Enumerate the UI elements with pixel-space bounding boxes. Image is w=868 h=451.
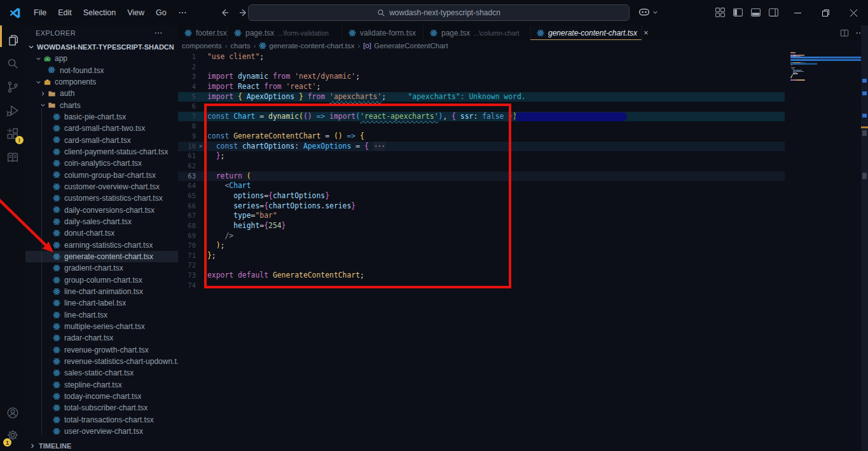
restore-button[interactable] <box>811 0 839 25</box>
command-center-search[interactable]: wowdash-next-typescript-shadcn <box>248 4 630 21</box>
menu-go[interactable]: Go <box>150 6 172 20</box>
minimap-line <box>804 79 805 80</box>
minimap-line <box>796 70 801 71</box>
scrollbar[interactable] <box>861 25 868 451</box>
react-icon <box>48 66 55 74</box>
code-line-1[interactable]: 1"use client"; <box>178 52 785 62</box>
tree-item[interactable]: donut-chart.tsx <box>25 227 178 239</box>
tree-item[interactable]: revenue-growth-chart.tsx <box>25 344 178 356</box>
tree-item[interactable]: today-income-chart.tsx <box>25 391 178 402</box>
tree-item-label: auth <box>60 89 74 98</box>
tree-item[interactable]: radar-chart.tsx <box>25 332 178 344</box>
split-editor-icon[interactable] <box>840 29 849 37</box>
copilot-icon[interactable] <box>637 5 658 19</box>
activitybar-account[interactable] <box>0 401 25 424</box>
tab-validate-form-tsx[interactable]: validate-form.tsx <box>342 25 424 40</box>
tab-label: validate-form.tsx <box>360 29 416 37</box>
line-number: 62 <box>178 161 196 172</box>
close-button[interactable] <box>839 0 867 25</box>
tree-item[interactable]: auth <box>25 88 178 99</box>
tree-item[interactable]: client-payment-status-chart.tsx <box>25 146 178 158</box>
tree-item[interactable]: daily-sales-chart.tsx <box>25 216 178 227</box>
menu-view[interactable]: View <box>121 6 150 20</box>
tree-item[interactable]: coin-analytics-chart.tsx <box>25 158 178 169</box>
react-icon <box>234 29 242 37</box>
minimize-button[interactable] <box>783 0 811 25</box>
code-line-3[interactable]: 3import dynamic from 'next/dynamic'; <box>178 72 785 82</box>
tree-item[interactable]: line-chart-animation.tsx <box>25 286 178 297</box>
tree-item[interactable]: daily-conversions-chart.tsx <box>25 204 178 215</box>
tree-item[interactable]: card-small-chart.tsx <box>25 134 178 145</box>
tab-footer-tsx[interactable]: footer.tsx <box>178 25 228 40</box>
tree-item[interactable]: total-subscriber-chart.tsx <box>25 402 178 414</box>
code-line-4[interactable]: 4import React from 'react'; <box>178 82 785 92</box>
breadcrumb-item[interactable]: charts <box>230 42 250 50</box>
tree-item[interactable]: customers-statistics-chart.tsx <box>25 192 178 204</box>
fold-chevron-icon[interactable]: > <box>199 142 202 152</box>
customize-layout-icon[interactable] <box>715 7 726 18</box>
tab-page-tsx[interactable]: page.tsx...\form-validation <box>228 25 342 40</box>
minimap-line <box>792 76 792 76</box>
tree-item[interactable]: gradient-chart.tsx <box>25 262 178 274</box>
menu-edit[interactable]: Edit <box>52 6 78 20</box>
timeline-section[interactable]: TIMELINE <box>25 440 178 451</box>
breadcrumb-item[interactable]: generate-content-chart.tsx <box>259 42 354 50</box>
activitybar-search[interactable] <box>0 51 25 75</box>
search-icon <box>377 9 385 17</box>
minimap-line <box>795 52 796 53</box>
activitybar-settings[interactable]: 1 <box>0 424 25 446</box>
tree-item[interactable]: stepline-chart.tsx <box>25 379 178 391</box>
git-icon <box>6 80 20 94</box>
tree-item-label: revenue-statistics-chart-updown.t... <box>64 357 178 366</box>
tree-item[interactable]: basic-pie-chart.tsx <box>25 111 178 123</box>
toggle-secondary-sidebar-icon[interactable] <box>768 7 779 18</box>
tab-page-tsx[interactable]: page.tsx...\column-chart <box>424 25 530 40</box>
tab-generate-content-chart-tsx[interactable]: generate-content-chart.tsx× <box>530 25 642 40</box>
activitybar-explorer[interactable] <box>0 28 25 51</box>
tree-item[interactable]: column-group-bar-chart.tsx <box>25 169 178 180</box>
tree-item[interactable]: multiple-series-chart.tsx <box>25 321 178 332</box>
tab-close-icon[interactable]: × <box>644 29 649 37</box>
tree-item[interactable]: line-chart-label.tsx <box>25 297 178 309</box>
tree-item[interactable]: components <box>25 76 178 88</box>
menu-selection[interactable]: Selection <box>78 6 121 20</box>
line-number: 73 <box>178 271 196 281</box>
tree-item[interactable]: sales-static-chart.tsx <box>25 367 178 379</box>
code-line-5[interactable]: 5import { ApexOptions } from 'apexcharts… <box>178 92 785 102</box>
tree-item[interactable]: total-transactions-chart.tsx <box>25 414 178 426</box>
activitybar-extensions[interactable]: ! <box>0 122 25 145</box>
toggle-sidebar-icon[interactable] <box>733 7 743 18</box>
tree-item[interactable]: charts <box>25 99 178 111</box>
line-number: 4 <box>178 82 196 92</box>
react-icon <box>53 264 60 272</box>
tree-item[interactable]: revenue-statistics-chart-updown.t... <box>25 356 178 367</box>
activitybar-references[interactable] <box>0 145 25 169</box>
tree-item[interactable]: earning-statistics-chart.tsx <box>25 239 178 251</box>
explorer-more-icon[interactable] <box>154 29 163 37</box>
menu-more[interactable] <box>172 6 193 20</box>
tree-item[interactable]: card-small-chart-two.tsx <box>25 123 178 134</box>
tree-item[interactable]: app <box>25 53 178 64</box>
tree-item[interactable]: group-column-chart.tsx <box>25 274 178 286</box>
breadcrumb-separator: › <box>358 42 361 50</box>
file-tree: appnot-found.tsxcomponentsauthchartsbasi… <box>25 53 178 437</box>
code-text: import { ApexOptions } from 'apexcharts'… <box>207 92 526 102</box>
toggle-panel-icon[interactable] <box>750 7 761 18</box>
minimap-line <box>791 67 794 68</box>
breadcrumb-item[interactable]: GenerateContentChart <box>363 42 448 50</box>
minimap-line <box>801 70 802 71</box>
code-line-2[interactable]: 2 <box>178 62 785 72</box>
tree-item[interactable]: not-found.tsx <box>25 64 178 76</box>
forward-button[interactable] <box>238 8 249 18</box>
breadcrumb-item[interactable]: components <box>182 42 222 50</box>
menu-file[interactable]: File <box>28 6 52 20</box>
tree-item[interactable]: user-overview-chart.tsx <box>25 426 178 437</box>
tree-item-selected[interactable]: generate-content-chart.tsx <box>25 251 178 262</box>
back-button[interactable] <box>219 8 230 18</box>
activitybar-source-control[interactable] <box>0 75 25 98</box>
workspace-root-folder[interactable]: WOWDASH-NEXT-TYPESCRIPT-SHADCN <box>25 41 178 53</box>
activitybar-run-debug[interactable] <box>0 98 25 122</box>
window-controls <box>783 0 867 25</box>
tree-item[interactable]: line-chart.tsx <box>25 309 178 321</box>
tree-item[interactable]: customer-overview-chart.tsx <box>25 181 178 192</box>
